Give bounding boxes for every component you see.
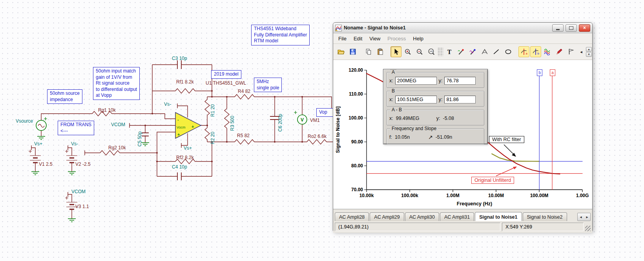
cursor-b-y-input[interactable] <box>444 96 476 103</box>
tab-signal-to-noise2[interactable]: Signal to Noise2 <box>523 212 567 221</box>
label-r5[interactable]: R5 82 <box>237 133 250 138</box>
menu-help[interactable]: Help <box>409 34 427 43</box>
annotation-2019-model[interactable]: 2019 model <box>211 70 241 79</box>
label-rg2[interactable]: Rg2 10k <box>108 145 126 150</box>
label-vsource[interactable]: Vsource <box>16 119 33 124</box>
curves-button[interactable] <box>542 46 553 57</box>
cursor-a-button[interactable]: a <box>518 46 529 57</box>
label-ro2[interactable]: Ro2 6.6k <box>308 134 327 139</box>
cursor-a-flag[interactable]: a <box>550 69 555 76</box>
opamp-symbol[interactable]: - Vocm + + <box>175 112 201 138</box>
menu-process[interactable]: Process <box>384 34 409 43</box>
titlebar[interactable]: Noname - Signal to Noise1 × <box>333 23 592 33</box>
zoom-out-button[interactable] <box>414 46 425 57</box>
select-cursor-button[interactable] <box>390 46 401 57</box>
probe-button[interactable] <box>456 46 467 57</box>
copy-button[interactable] <box>363 46 374 57</box>
line-tool-icon <box>493 48 500 55</box>
tab-scroll-right-button[interactable]: ▸ <box>584 213 590 221</box>
annotation-single-pole[interactable]: 5MHz single pole <box>254 78 282 92</box>
label-v2[interactable]: V2 -2.5 <box>75 162 91 167</box>
label-vs-plus-amp[interactable]: Vs+ <box>184 146 192 151</box>
label-vs-minus-top[interactable]: Vs- <box>164 102 171 107</box>
menu-edit[interactable]: Edit <box>350 34 366 43</box>
label-rg1[interactable]: Rg1 10k <box>98 108 116 113</box>
label-vcom-batt[interactable]: VCOM <box>71 189 86 194</box>
pen-button[interactable] <box>554 46 565 57</box>
label-u1[interactable]: U1 THS4551_GWL <box>206 81 246 86</box>
label-v3[interactable]: V3 1.1 <box>75 204 89 209</box>
line-tool-button[interactable] <box>491 46 502 57</box>
cursor-a-x-input[interactable] <box>395 77 437 85</box>
label-r2[interactable]: R2 20 <box>210 132 215 144</box>
cursor-b-flag[interactable]: b <box>537 69 542 76</box>
status-coordinates: (1.94G,89.21) <box>335 223 500 231</box>
zoom-in-button[interactable] <box>402 46 413 57</box>
label-rf2[interactable]: Rf2 8.2k <box>176 155 194 160</box>
voltmeter-symbol[interactable]: V <box>294 111 307 124</box>
tab-ac-ampli30[interactable]: AC Ampli30 <box>405 212 439 221</box>
cursor-a-y-input[interactable] <box>444 77 476 85</box>
flag-button[interactable] <box>566 46 576 57</box>
minimize-button[interactable] <box>552 24 564 32</box>
label-r1[interactable]: R1 20 <box>210 104 215 117</box>
resize-grip[interactable] <box>585 226 591 231</box>
select-cursor-icon <box>392 48 400 55</box>
xtick: 1.00G <box>576 193 589 198</box>
label-rf1[interactable]: Rf1 8.2k <box>176 80 194 85</box>
label-vs-plus-batt[interactable]: Vs+ <box>34 141 42 147</box>
copy-icon <box>365 48 372 55</box>
label-vcom-in[interactable]: VCOM <box>111 122 125 127</box>
label-r4[interactable]: R4 82 <box>238 89 250 94</box>
xtick: 1.00M <box>446 193 459 198</box>
tab-ac-ampli31[interactable]: AC Ampli31 <box>440 212 474 221</box>
caliper-button[interactable] <box>479 46 490 57</box>
annotation-rc-filter[interactable]: With RC filter <box>489 136 524 143</box>
tab-ac-ampli28[interactable]: AC Ampli28 <box>335 212 369 221</box>
label-c3[interactable]: C3 10p <box>172 56 187 61</box>
label-v1[interactable]: V1 2.5 <box>39 162 53 167</box>
annotation-source-impedance[interactable]: 50ohm source impedance <box>47 89 82 104</box>
annotation-input-match[interactable]: 50ohm input match gain of 1V/V from Rt s… <box>93 67 140 100</box>
open-button[interactable] <box>336 46 347 57</box>
nav-back-icon: ◂ <box>580 50 582 54</box>
maximize-button[interactable] <box>566 24 577 32</box>
save-button[interactable] <box>347 46 358 57</box>
y-label: y: <box>436 116 440 121</box>
close-button[interactable]: × <box>579 24 590 32</box>
batteries[interactable] <box>29 150 77 209</box>
annotation-ths-model[interactable]: THS4551 Wideband Fully Differential Ampl… <box>251 25 310 45</box>
annotation-from-trans[interactable]: FROM TRANS <--- <box>58 121 94 135</box>
ellipse-tool-button[interactable] <box>503 46 514 57</box>
vsource-symbol[interactable] <box>36 117 47 130</box>
label-vm1[interactable]: VM1 <box>310 118 320 123</box>
y-axis-title: Signal to Noise [dB] <box>335 107 341 153</box>
menu-file[interactable]: File <box>335 34 350 43</box>
tab-signal-to-noise1[interactable]: Signal to Noise1 <box>475 212 522 221</box>
annotation-original-unfiltered[interactable]: Original Unfilterd <box>471 177 514 184</box>
label-c4[interactable]: C4 10p <box>172 165 187 170</box>
spin-up-button[interactable]: ▴ <box>586 47 592 52</box>
schematic-canvas: V - Vocm + + Vsource C3 10p Rf1 8 <box>0 0 341 261</box>
label-c5[interactable]: C5 50p <box>137 131 142 147</box>
opamp-plus-out-mark: + <box>192 124 194 129</box>
label-r3[interactable]: R3 500 <box>230 116 235 131</box>
label-vs-minus-batt[interactable]: Vs- <box>71 141 78 147</box>
cursor-b-x-input[interactable] <box>395 96 437 103</box>
tab-scroll: ◂ ▸ <box>577 213 591 221</box>
cursor-readout-panel[interactable]: A x: y: B x: y: A - B x: 99.49MEG <box>383 69 488 144</box>
cursor-ab-y-value: -5.08 <box>442 116 455 121</box>
tab-scroll-left-button[interactable]: ◂ <box>578 213 584 221</box>
probe-signal-button[interactable] <box>467 46 478 57</box>
tab-ac-ampli29[interactable]: AC Ampli29 <box>370 212 404 221</box>
xtick: 100.00M <box>530 193 549 198</box>
cursor-b-button[interactable]: b <box>530 46 541 57</box>
paste-button[interactable] <box>375 46 386 57</box>
menu-view[interactable]: View <box>366 34 384 43</box>
text-tool-button[interactable]: T <box>444 46 455 57</box>
zoom-100-button[interactable]: 100 <box>426 46 437 57</box>
spin-down-button[interactable]: ▾ <box>586 52 592 57</box>
spin-up-icon: ▴ <box>588 47 589 51</box>
label-c6[interactable]: C6 200p <box>278 114 283 132</box>
nav-back-button[interactable]: ◂ <box>577 46 585 57</box>
